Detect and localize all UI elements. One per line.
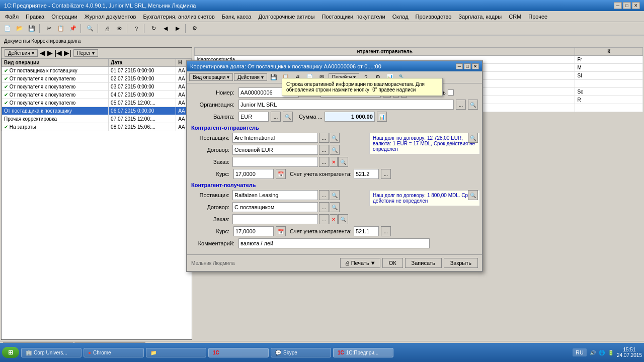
table-row[interactable]: ✔ От покупателя к покупателю 05.07.2015 … <box>2 99 192 107</box>
nav-last[interactable]: ▶| <box>64 49 71 57</box>
zakaz-otpr-search[interactable]: 🔍 <box>338 157 348 167</box>
start-button[interactable]: ⊞ <box>2 347 19 358</box>
tb-save[interactable]: 💾 <box>26 24 37 34</box>
post-poluch-input[interactable] <box>232 190 318 200</box>
tb-forward[interactable]: ▶ <box>172 24 183 34</box>
table-row[interactable]: ✔ От покупателя к покупателю 02.07.2015 … <box>2 75 192 83</box>
menu-accounting[interactable]: Бухгалтерия, анализ счетов <box>140 13 217 21</box>
tb-print[interactable]: 🖨 <box>102 24 113 34</box>
dog-poluch-browse[interactable]: ... <box>319 202 329 212</box>
zapisat-button[interactable]: Записать <box>405 258 442 268</box>
maximize-button[interactable]: □ <box>623 2 631 9</box>
network-icon[interactable]: 🌐 <box>599 350 605 355</box>
table-row[interactable]: От поставщика к поставщику 06.07.2015 0:… <box>2 107 192 115</box>
menu-operations[interactable]: Операции <box>48 13 80 21</box>
table-row[interactable]: ✔ От покупателя к покупателю 04.07.2015 … <box>2 91 192 99</box>
schet-otpr-input[interactable] <box>354 169 379 179</box>
table-row[interactable]: Прочая корректировка 07.07.2015 12:00:..… <box>2 115 192 123</box>
menu-edit[interactable]: Правка <box>23 13 47 21</box>
kurs-poluch-btn[interactable]: 📅 <box>276 226 286 236</box>
menu-production[interactable]: Производство <box>413 13 455 21</box>
ok-button[interactable]: ОК <box>382 258 403 268</box>
speaker-icon[interactable]: 🔊 <box>590 350 596 355</box>
post-poluch-search[interactable]: 🔍 <box>330 190 340 200</box>
dog-poluch-input[interactable] <box>232 202 318 212</box>
dog-otpr-search[interactable]: 🔍 <box>330 145 340 155</box>
taskbar-folder[interactable]: 📁 <box>146 348 206 357</box>
dog-otpr-input[interactable] <box>232 145 318 155</box>
menu-journal[interactable]: Журнал документов <box>82 13 139 21</box>
table-row[interactable]: ✔ От поставщика к поставщику 01.07.2015 … <box>2 67 192 75</box>
org-browse-btn[interactable]: ... <box>456 100 466 110</box>
tb-search[interactable]: 🔍 <box>85 24 96 34</box>
table-row[interactable]: ✔ На затраты 08.07.2015 15:06:... АА <box>2 123 192 131</box>
zakaz-poluch-clear[interactable]: ✕ <box>330 214 338 224</box>
ne-otrazhat-checkbox[interactable] <box>448 89 454 96</box>
org-search-btn[interactable]: 🔍 <box>468 100 478 110</box>
info-poluch-refresh[interactable]: 🔍 <box>468 190 478 200</box>
menu-other[interactable]: Прочее <box>525 13 550 21</box>
vid-operacii-btn[interactable]: Вид операции ▾ <box>189 73 233 81</box>
tb-refresh[interactable]: ↻ <box>148 24 159 34</box>
tb-help[interactable]: ? <box>131 24 142 34</box>
actions-btn[interactable]: Действия ▾ <box>234 73 267 81</box>
post-otpr-browse[interactable]: ... <box>319 133 329 143</box>
tb-settings[interactable]: ⚙ <box>189 24 200 34</box>
kurs-otpr-btn[interactable]: 📅 <box>276 169 286 179</box>
tb-new[interactable]: 📄 <box>2 24 13 34</box>
valuta-input[interactable] <box>238 112 269 122</box>
info-otpr-refresh[interactable]: 🔍 <box>468 133 478 143</box>
zakaz-poluch-input[interactable] <box>232 214 318 224</box>
tb-open[interactable]: 📂 <box>14 24 25 34</box>
menu-suppliers[interactable]: Поставщики, покупатели <box>319 13 388 21</box>
zakaz-otpr-clear[interactable]: ✕ <box>330 157 338 167</box>
menu-file[interactable]: Файл <box>2 13 22 21</box>
summa-extra-btn[interactable]: 📊 <box>377 112 387 122</box>
post-otpr-search[interactable]: 🔍 <box>330 133 340 143</box>
dog-poluch-search[interactable]: 🔍 <box>330 202 340 212</box>
taskbar-1cpred[interactable]: 1С 1С:Предпри... <box>333 348 393 357</box>
modal-minimize[interactable]: ─ <box>456 63 463 69</box>
zakaz-poluch-browse[interactable]: ... <box>319 214 329 224</box>
nav-prev[interactable]: ◀ <box>40 49 45 57</box>
dog-otpr-browse[interactable]: ... <box>319 145 329 155</box>
modal-save-btn[interactable]: 💾 <box>268 72 279 82</box>
org-input[interactable] <box>238 100 454 110</box>
komment-input[interactable] <box>238 238 430 248</box>
lang-indicator[interactable]: RU <box>573 348 587 356</box>
kurs-poluch-input[interactable] <box>233 226 274 236</box>
menu-warehouse[interactable]: Склад <box>389 13 412 21</box>
close-button[interactable]: ✕ <box>632 2 640 9</box>
minimize-button[interactable]: ─ <box>614 2 622 9</box>
tb-paste[interactable]: 📌 <box>67 24 78 34</box>
modal-close[interactable]: ✕ <box>472 63 479 69</box>
post-poluch-browse[interactable]: ... <box>319 190 329 200</box>
taskbar-corp[interactable]: 🏢 Corp Univers... <box>21 348 82 357</box>
print-button[interactable]: 🖨 Печать ▼ <box>340 258 380 268</box>
zakaz-otpr-input[interactable] <box>232 157 318 167</box>
schet-poluch-browse[interactable]: ... <box>381 226 391 236</box>
nav-first[interactable]: |◀ <box>55 49 62 57</box>
zakaz-otpr-browse[interactable]: ... <box>319 157 329 167</box>
valuta-search-btn[interactable]: 🔍 <box>283 112 293 122</box>
table-row[interactable]: ✔ От покупателя к покупателю 03.07.2015 … <box>2 83 192 91</box>
taskbar-1c[interactable]: 1С <box>208 348 269 357</box>
valuta-browse-btn[interactable]: ... <box>271 112 281 122</box>
tb-back[interactable]: ◀ <box>160 24 171 34</box>
print-dropdown-icon[interactable]: ▼ <box>370 260 376 266</box>
battery-icon[interactable]: 🔋 <box>608 350 614 355</box>
menu-crm[interactable]: CRM <box>506 13 524 21</box>
summa-input[interactable] <box>325 112 375 122</box>
zakaz-poluch-search[interactable]: 🔍 <box>338 214 348 224</box>
post-otpr-input[interactable] <box>232 133 318 143</box>
actions-dropdown[interactable]: Действия ▾ <box>5 49 38 57</box>
taskbar-skype[interactable]: 💬 Skype <box>271 348 331 357</box>
taskbar-chrome[interactable]: ● Chrome <box>84 348 144 357</box>
nav-next[interactable]: ▶ <box>47 49 53 57</box>
tb-preview[interactable]: 👁 <box>114 24 125 34</box>
schet-otpr-browse[interactable]: ... <box>381 169 391 179</box>
kurs-otpr-input[interactable] <box>233 169 274 179</box>
zakryt-button[interactable]: Закрыть <box>444 258 478 268</box>
perejti-btn[interactable]: Перег ▾ <box>73 49 98 57</box>
modal-maximize[interactable]: □ <box>464 63 471 69</box>
